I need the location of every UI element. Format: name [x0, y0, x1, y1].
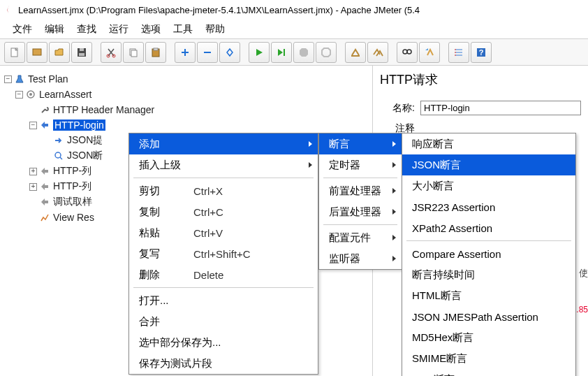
paste-button[interactable]: [145, 42, 166, 63]
ctx-config[interactable]: 配置元件: [319, 227, 402, 248]
ctx-jmespath-assertion[interactable]: JSON JMESPath Assertion: [402, 306, 575, 327]
expand-button[interactable]: [175, 42, 196, 63]
clear-button[interactable]: [345, 42, 366, 63]
search-button[interactable]: [397, 42, 418, 63]
templates-button[interactable]: [27, 42, 47, 63]
ctx-preprocessors[interactable]: 前置处理器: [319, 180, 402, 201]
window-title: LearnAssert.jmx (D:\Program Files\apache…: [18, 5, 420, 15]
expand-icon[interactable]: +: [29, 168, 37, 175]
collapse-button[interactable]: [197, 42, 218, 63]
svg-rect-10: [154, 48, 158, 50]
tree-node-http-login[interactable]: −HTTP-login: [4, 117, 368, 133]
collapse-icon[interactable]: −: [29, 122, 37, 129]
svg-rect-29: [45, 124, 48, 126]
ctx-xpath2-assertion[interactable]: XPath2 Assertion: [402, 217, 575, 238]
ctx-open[interactable]: 打开...: [129, 290, 318, 311]
svg-rect-15: [351, 55, 360, 57]
ctx-size-assertion[interactable]: 大小断言: [402, 175, 575, 196]
menu-search[interactable]: 查找: [71, 21, 102, 38]
sampler-icon: [39, 181, 50, 192]
ctx-response-assertion[interactable]: 响应断言: [402, 133, 575, 154]
reset-search-button[interactable]: [419, 42, 440, 63]
svg-rect-34: [45, 201, 48, 203]
sampler-icon: [39, 166, 50, 177]
function-helper-button[interactable]: [448, 42, 469, 63]
name-input[interactable]: [420, 101, 581, 115]
ctx-save-selection[interactable]: 选中部分保存为...: [129, 332, 318, 353]
context-submenu-add: 断言 定时器 前置处理器 后置处理器 配置元件 监听器: [318, 133, 402, 270]
ctx-xml-assertion[interactable]: XML断言: [402, 369, 575, 376]
panel-title: HTTP请求: [380, 71, 581, 88]
arrow-icon: [53, 135, 64, 146]
menu-bar: 文件 编辑 查找 运行 选项 工具 帮助: [0, 20, 588, 39]
collapse-icon[interactable]: −: [15, 91, 23, 99]
title-bar: LearnAssert.jmx (D:\Program Files\apache…: [0, 0, 588, 20]
ctx-md5hex-assertion[interactable]: MD5Hex断言: [402, 327, 575, 348]
ctx-jsr223-assertion[interactable]: JSR223 Assertion: [402, 196, 575, 217]
partial-text-2: .85: [576, 305, 588, 314]
expand-icon[interactable]: +: [29, 183, 37, 191]
new-button[interactable]: [4, 42, 25, 63]
ctx-save-fragment[interactable]: 保存为测试片段: [129, 353, 318, 374]
svg-point-30: [55, 152, 61, 158]
sampler-icon: [39, 120, 50, 131]
magnifier-icon: [53, 150, 64, 161]
ctx-smime-assertion[interactable]: SMIME断言: [402, 348, 575, 369]
menu-file[interactable]: 文件: [7, 21, 38, 38]
svg-point-28: [29, 93, 32, 96]
shutdown-button[interactable]: [316, 42, 337, 63]
ctx-postprocessors[interactable]: 后置处理器: [319, 201, 402, 222]
ctx-add[interactable]: 添加: [129, 133, 318, 154]
ctx-merge[interactable]: 合并: [129, 311, 318, 332]
tree-node-learnassert[interactable]: −LearnAssert: [4, 87, 368, 102]
svg-point-22: [455, 49, 456, 50]
ctx-json-assertion[interactable]: JSON断言: [402, 154, 575, 175]
save-button[interactable]: [71, 42, 92, 63]
help-button[interactable]: ?: [471, 42, 492, 63]
menu-edit[interactable]: 编辑: [39, 21, 70, 38]
sampler-icon: [39, 196, 50, 208]
tree-root[interactable]: −Test Plan: [4, 71, 368, 87]
svg-rect-14: [284, 49, 285, 56]
ctx-timers[interactable]: 定时器: [319, 154, 402, 175]
open-button[interactable]: [49, 42, 70, 63]
ctx-duration-assertion[interactable]: 断言持续时间: [402, 264, 575, 285]
collapse-icon[interactable]: −: [4, 75, 12, 83]
svg-text:?: ?: [479, 48, 484, 57]
partial-text-1: 使: [579, 267, 588, 280]
clear-all-button[interactable]: [367, 42, 388, 63]
ctx-compare-assertion[interactable]: Compare Assertion: [402, 243, 575, 264]
copy-button[interactable]: [123, 42, 144, 63]
menu-run[interactable]: 运行: [103, 21, 134, 38]
context-submenu-assertions: 响应断言 JSON断言 大小断言 JSR223 Assertion XPath2…: [402, 133, 576, 376]
results-icon: [39, 212, 50, 223]
menu-options[interactable]: 选项: [135, 21, 166, 38]
svg-line-31: [60, 157, 62, 159]
ctx-insert-parent[interactable]: 插入上级: [129, 154, 318, 175]
tree-node-header-manager[interactable]: HTTP Header Manager: [4, 102, 368, 117]
svg-rect-8: [131, 50, 137, 57]
ctx-listeners[interactable]: 监听器: [319, 248, 402, 269]
toolbar: ?: [0, 39, 588, 66]
stop-button[interactable]: [293, 42, 314, 63]
flask-icon: [14, 73, 25, 85]
ctx-delete[interactable]: 删除Delete: [129, 264, 318, 285]
menu-tools[interactable]: 工具: [168, 21, 198, 38]
svg-point-23: [455, 52, 456, 53]
run-button[interactable]: [249, 42, 270, 63]
toggle-button[interactable]: [219, 42, 240, 63]
ctx-copy[interactable]: 复制Ctrl+C: [129, 201, 318, 222]
ctx-paste[interactable]: 粘贴Ctrl+V: [129, 222, 318, 243]
context-menu: 添加 插入上级 剪切Ctrl+X 复制Ctrl+C 粘贴Ctrl+V 复写Ctr…: [128, 133, 318, 375]
run-nopause-button[interactable]: [271, 42, 292, 63]
app-icon: [4, 5, 14, 15]
svg-rect-4: [80, 48, 84, 51]
ctx-cut[interactable]: 剪切Ctrl+X: [129, 180, 318, 201]
menu-help[interactable]: 帮助: [200, 21, 230, 38]
wrench-icon: [39, 104, 50, 115]
ctx-html-assertion[interactable]: HTML断言: [402, 285, 575, 306]
ctx-assertions[interactable]: 断言: [319, 133, 402, 154]
ctx-duplicate[interactable]: 复写Ctrl+Shift+C: [129, 243, 318, 264]
name-label: 名称:: [380, 102, 415, 115]
cut-button[interactable]: [101, 42, 122, 63]
